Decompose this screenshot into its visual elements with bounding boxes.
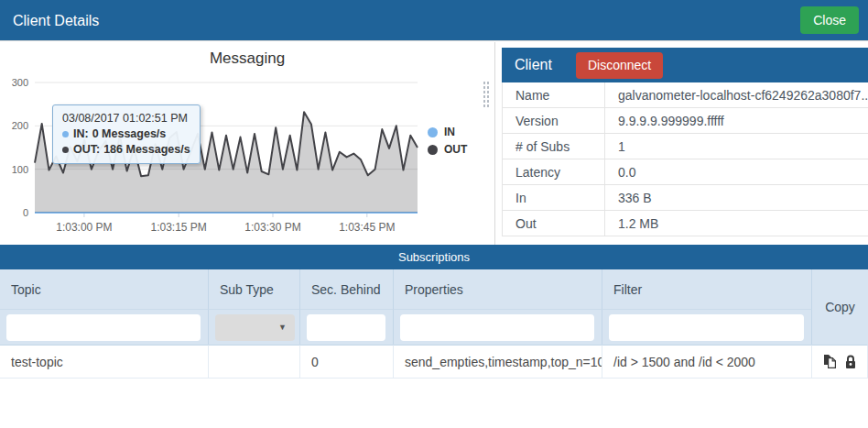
messaging-chart-panel: Messaging 01002003001:03:00 PM1:03:15 PM… [0, 41, 494, 245]
client-row-label: Out [503, 211, 605, 236]
y-axis-label: 100 [12, 164, 28, 175]
subscriptions-header: Subscriptions [0, 245, 868, 269]
subscription-row-topic: test-topic [0, 345, 209, 379]
sec-behind-filter-input[interactable] [307, 314, 385, 341]
client-row-label: In [503, 185, 605, 210]
messaging-chart: 01002003001:03:00 PM1:03:15 PM1:03:30 PM… [0, 78, 494, 238]
disconnect-button[interactable]: Disconnect [576, 52, 663, 79]
filter-cell-filter [602, 309, 812, 345]
legend-item-in[interactable]: IN [428, 126, 467, 138]
client-row: In336 B [503, 185, 868, 211]
lock-icon [844, 354, 857, 369]
in-series-dot-icon [428, 127, 438, 137]
y-axis-label: 300 [12, 78, 28, 88]
out-series-dot-icon [428, 145, 438, 155]
client-row: Namegalvanometer-localhost-cf6249262a308… [503, 82, 868, 108]
page-title: Client Details [13, 0, 99, 41]
client-row-label: Name [503, 82, 605, 107]
column-header-topic: Topic [0, 269, 209, 309]
lock-button[interactable] [844, 354, 857, 369]
x-axis-label: 1:03:30 PM [244, 221, 300, 234]
copy-icon [823, 354, 837, 369]
out-area [35, 112, 418, 213]
sub-type-filter-select[interactable]: ▼ [215, 314, 295, 341]
topic-filter-input[interactable] [6, 314, 201, 341]
client-row-label: Version [503, 108, 605, 133]
client-row-value: 1.2 MB [605, 216, 868, 231]
window-titlebar: Client Details Close [0, 0, 868, 41]
legend-label-in: IN [444, 126, 455, 138]
client-row-value: 1 [605, 139, 868, 154]
client-row: Out1.2 MB [503, 211, 868, 236]
chart-legend: IN OUT [428, 126, 467, 160]
client-row: # of Subs1 [503, 134, 868, 159]
client-row-label: Latency [503, 159, 605, 184]
properties-filter-input[interactable] [400, 314, 594, 341]
filter-filter-input[interactable] [609, 314, 804, 341]
subscription-row-copy-actions [812, 345, 868, 379]
client-row-value: 9.9.9.9.999999.fffff [605, 114, 868, 128]
y-axis-label: 200 [12, 120, 28, 131]
client-row: Latency0.0 [503, 159, 868, 185]
x-axis-label: 1:03:45 PM [339, 221, 395, 234]
subscriptions-section: Subscriptions Topic Sub Type Sec. Behind… [0, 245, 868, 379]
chevron-down-icon: ▼ [278, 323, 287, 332]
client-panel-title: Client [515, 57, 552, 73]
close-button[interactable]: Close [800, 6, 859, 34]
subscriptions-table: Topic Sub Type Sec. Behind Properties Fi… [0, 269, 868, 379]
client-row-label: # of Subs [503, 134, 605, 159]
chart-title: Messaging [0, 49, 494, 68]
x-axis-label: 1:03:15 PM [150, 221, 206, 234]
filter-cell-topic [0, 309, 209, 345]
subscription-row-sub-type [209, 345, 300, 379]
subscription-row-sec-behind: 0 [300, 345, 394, 379]
legend-label-out: OUT [444, 143, 467, 156]
y-axis-label: 0 [23, 207, 28, 218]
x-axis-label: 1:03:00 PM [56, 221, 112, 234]
subscription-row-filter: /id > 1500 and /id < 2000 [602, 345, 812, 379]
copy-button[interactable] [823, 354, 837, 369]
client-row-value: 336 B [605, 191, 868, 205]
column-header-properties: Properties [394, 269, 602, 309]
column-header-copy: Copy [812, 269, 868, 345]
splitter-drag-handle[interactable] [483, 81, 491, 107]
legend-item-out[interactable]: OUT [428, 143, 467, 156]
client-panel: Client Disconnect Namegalvanometer-local… [502, 48, 868, 236]
client-row-value: 0.0 [605, 165, 868, 180]
subscription-row-properties: send_empties,timestamp,top_n=10 [394, 345, 602, 379]
client-panel-header: Client Disconnect [502, 48, 868, 82]
column-header-sec-behind: Sec. Behind [300, 269, 394, 309]
filter-cell-sub-type: ▼ [209, 309, 300, 345]
client-row-value: galvanometer-localhost-cf6249262a3080f7.… [605, 88, 868, 103]
panel-splitter [494, 42, 495, 245]
client-details-window: Client Details Close Messaging 010020030… [0, 0, 868, 428]
column-header-sub-type: Sub Type [209, 269, 300, 309]
column-header-filter: Filter [602, 269, 812, 309]
filter-cell-properties [394, 309, 602, 345]
filter-cell-sec-behind [300, 309, 394, 345]
client-row: Version9.9.9.9.999999.fffff [503, 108, 868, 134]
client-info-table: Namegalvanometer-localhost-cf6249262a308… [502, 82, 868, 236]
